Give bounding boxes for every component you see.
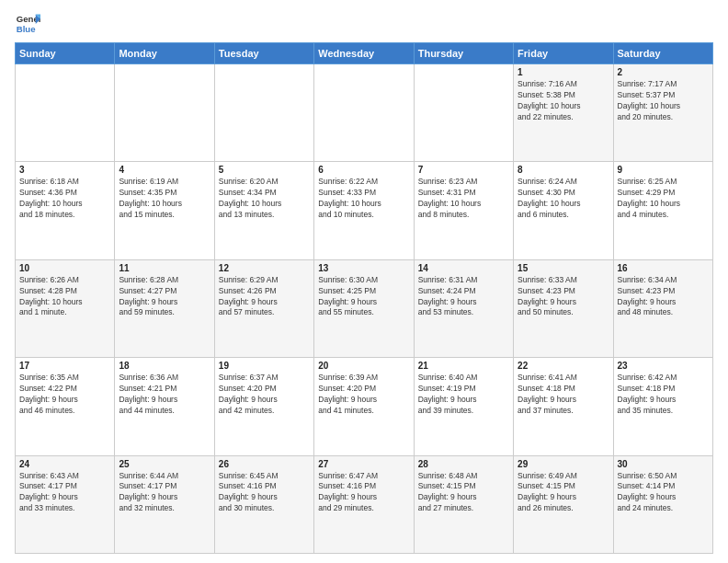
week-row-4: 17Sunrise: 6:35 AM Sunset: 4:22 PM Dayli… [16, 358, 713, 455]
day-info: Sunrise: 6:39 AM Sunset: 4:20 PM Dayligh… [318, 373, 409, 417]
day-number: 29 [518, 459, 609, 469]
day-cell: 3Sunrise: 6:18 AM Sunset: 4:36 PM Daylig… [16, 162, 115, 259]
day-number: 21 [418, 361, 509, 371]
day-number: 3 [19, 165, 110, 175]
day-cell: 16Sunrise: 6:34 AM Sunset: 4:23 PM Dayli… [613, 259, 712, 357]
day-cell: 20Sunrise: 6:39 AM Sunset: 4:20 PM Dayli… [314, 358, 414, 455]
day-number: 16 [618, 263, 709, 273]
day-info: Sunrise: 6:18 AM Sunset: 4:36 PM Dayligh… [19, 177, 110, 221]
day-number: 26 [219, 459, 310, 469]
weekday-monday: Monday [115, 43, 214, 64]
day-number: 7 [418, 165, 509, 175]
day-cell: 15Sunrise: 6:33 AM Sunset: 4:23 PM Dayli… [514, 259, 613, 357]
day-info: Sunrise: 6:25 AM Sunset: 4:29 PM Dayligh… [618, 177, 709, 221]
day-cell: 30Sunrise: 6:50 AM Sunset: 4:14 PM Dayli… [613, 455, 712, 553]
day-number: 30 [618, 459, 709, 469]
day-info: Sunrise: 6:22 AM Sunset: 4:33 PM Dayligh… [318, 177, 409, 221]
day-number: 15 [518, 263, 609, 273]
weekday-header-row: SundayMondayTuesdayWednesdayThursdayFrid… [16, 43, 713, 64]
day-cell: 17Sunrise: 6:35 AM Sunset: 4:22 PM Dayli… [16, 358, 115, 455]
day-number: 2 [618, 67, 709, 77]
day-info: Sunrise: 6:49 AM Sunset: 4:15 PM Dayligh… [518, 471, 609, 515]
day-cell [16, 64, 115, 162]
day-cell [314, 64, 414, 162]
header: General Blue [15, 11, 713, 37]
day-cell: 27Sunrise: 6:47 AM Sunset: 4:16 PM Dayli… [314, 455, 414, 553]
calendar-table: SundayMondayTuesdayWednesdayThursdayFrid… [15, 42, 713, 554]
day-info: Sunrise: 6:44 AM Sunset: 4:17 PM Dayligh… [119, 471, 210, 515]
day-number: 24 [19, 459, 110, 469]
week-row-2: 3Sunrise: 6:18 AM Sunset: 4:36 PM Daylig… [16, 162, 713, 259]
day-cell: 2Sunrise: 7:17 AM Sunset: 5:37 PM Daylig… [613, 64, 712, 162]
day-number: 17 [19, 361, 110, 371]
day-cell: 6Sunrise: 6:22 AM Sunset: 4:33 PM Daylig… [314, 162, 414, 259]
day-number: 5 [219, 165, 310, 175]
day-cell: 18Sunrise: 6:36 AM Sunset: 4:21 PM Dayli… [115, 358, 214, 455]
day-info: Sunrise: 6:42 AM Sunset: 4:18 PM Dayligh… [618, 373, 709, 417]
day-number: 13 [318, 263, 409, 273]
day-cell: 5Sunrise: 6:20 AM Sunset: 4:34 PM Daylig… [214, 162, 313, 259]
day-info: Sunrise: 6:30 AM Sunset: 4:25 PM Dayligh… [318, 275, 409, 319]
day-cell: 14Sunrise: 6:31 AM Sunset: 4:24 PM Dayli… [414, 259, 513, 357]
day-cell: 19Sunrise: 6:37 AM Sunset: 4:20 PM Dayli… [214, 358, 313, 455]
day-number: 12 [219, 263, 310, 273]
day-cell: 8Sunrise: 6:24 AM Sunset: 4:30 PM Daylig… [514, 162, 613, 259]
weekday-saturday: Saturday [613, 43, 712, 64]
day-info: Sunrise: 6:47 AM Sunset: 4:16 PM Dayligh… [318, 471, 409, 515]
day-info: Sunrise: 6:24 AM Sunset: 4:30 PM Dayligh… [518, 177, 609, 221]
day-number: 28 [418, 459, 509, 469]
day-cell: 28Sunrise: 6:48 AM Sunset: 4:15 PM Dayli… [414, 455, 513, 553]
day-info: Sunrise: 6:40 AM Sunset: 4:19 PM Dayligh… [418, 373, 509, 417]
day-info: Sunrise: 6:50 AM Sunset: 4:14 PM Dayligh… [618, 471, 709, 515]
day-cell: 1Sunrise: 7:16 AM Sunset: 5:38 PM Daylig… [514, 64, 613, 162]
day-info: Sunrise: 6:43 AM Sunset: 4:17 PM Dayligh… [19, 471, 110, 515]
day-cell: 13Sunrise: 6:30 AM Sunset: 4:25 PM Dayli… [314, 259, 414, 357]
day-number: 25 [119, 459, 210, 469]
day-number: 27 [318, 459, 409, 469]
day-cell: 23Sunrise: 6:42 AM Sunset: 4:18 PM Dayli… [613, 358, 712, 455]
day-cell: 11Sunrise: 6:28 AM Sunset: 4:27 PM Dayli… [115, 259, 214, 357]
day-number: 8 [518, 165, 609, 175]
day-number: 10 [19, 263, 110, 273]
day-cell: 21Sunrise: 6:40 AM Sunset: 4:19 PM Dayli… [414, 358, 513, 455]
day-info: Sunrise: 6:35 AM Sunset: 4:22 PM Dayligh… [19, 373, 110, 417]
week-row-5: 24Sunrise: 6:43 AM Sunset: 4:17 PM Dayli… [16, 455, 713, 553]
day-number: 14 [418, 263, 509, 273]
logo: General Blue [15, 11, 46, 37]
svg-text:Blue: Blue [17, 24, 36, 34]
day-cell: 10Sunrise: 6:26 AM Sunset: 4:28 PM Dayli… [16, 259, 115, 357]
day-cell: 9Sunrise: 6:25 AM Sunset: 4:29 PM Daylig… [613, 162, 712, 259]
day-number: 9 [618, 165, 709, 175]
day-cell: 25Sunrise: 6:44 AM Sunset: 4:17 PM Dayli… [115, 455, 214, 553]
page: General Blue SundayMondayTuesdayWednesda… [0, 0, 728, 563]
day-cell: 26Sunrise: 6:45 AM Sunset: 4:16 PM Dayli… [214, 455, 313, 553]
day-info: Sunrise: 6:37 AM Sunset: 4:20 PM Dayligh… [219, 373, 310, 417]
day-number: 11 [119, 263, 210, 273]
day-info: Sunrise: 6:20 AM Sunset: 4:34 PM Dayligh… [219, 177, 310, 221]
day-info: Sunrise: 7:16 AM Sunset: 5:38 PM Dayligh… [518, 79, 609, 123]
day-cell: 12Sunrise: 6:29 AM Sunset: 4:26 PM Dayli… [214, 259, 313, 357]
day-number: 1 [518, 67, 609, 77]
day-info: Sunrise: 6:41 AM Sunset: 4:18 PM Dayligh… [518, 373, 609, 417]
day-cell: 29Sunrise: 6:49 AM Sunset: 4:15 PM Dayli… [514, 455, 613, 553]
week-row-3: 10Sunrise: 6:26 AM Sunset: 4:28 PM Dayli… [16, 259, 713, 357]
day-cell: 4Sunrise: 6:19 AM Sunset: 4:35 PM Daylig… [115, 162, 214, 259]
weekday-thursday: Thursday [414, 43, 513, 64]
day-info: Sunrise: 6:28 AM Sunset: 4:27 PM Dayligh… [119, 275, 210, 319]
day-number: 22 [518, 361, 609, 371]
day-cell [214, 64, 313, 162]
day-info: Sunrise: 6:31 AM Sunset: 4:24 PM Dayligh… [418, 275, 509, 319]
day-cell: 7Sunrise: 6:23 AM Sunset: 4:31 PM Daylig… [414, 162, 513, 259]
day-info: Sunrise: 6:48 AM Sunset: 4:15 PM Dayligh… [418, 471, 509, 515]
weekday-friday: Friday [514, 43, 613, 64]
day-number: 6 [318, 165, 409, 175]
day-cell: 24Sunrise: 6:43 AM Sunset: 4:17 PM Dayli… [16, 455, 115, 553]
weekday-wednesday: Wednesday [314, 43, 414, 64]
day-info: Sunrise: 6:34 AM Sunset: 4:23 PM Dayligh… [618, 275, 709, 319]
day-cell [414, 64, 513, 162]
day-number: 20 [318, 361, 409, 371]
day-info: Sunrise: 6:29 AM Sunset: 4:26 PM Dayligh… [219, 275, 310, 319]
day-cell: 22Sunrise: 6:41 AM Sunset: 4:18 PM Dayli… [514, 358, 613, 455]
day-info: Sunrise: 6:26 AM Sunset: 4:28 PM Dayligh… [19, 275, 110, 319]
day-cell [115, 64, 214, 162]
